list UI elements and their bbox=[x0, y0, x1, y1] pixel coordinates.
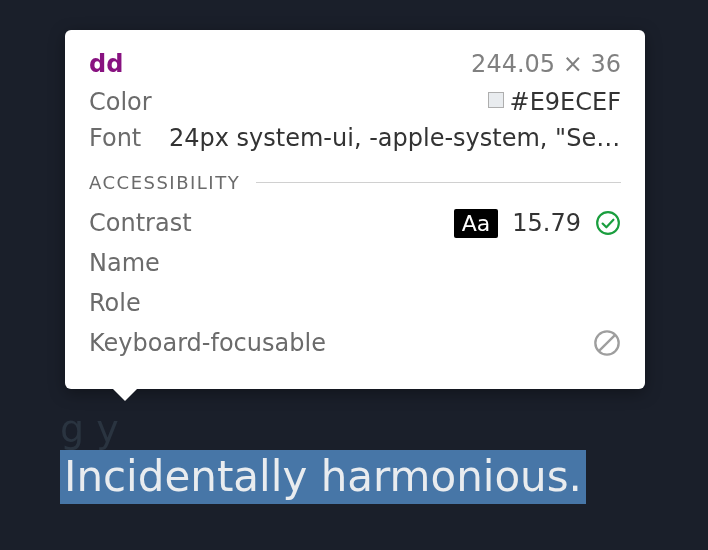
color-value-group: #E9ECEF bbox=[488, 88, 621, 116]
section-divider bbox=[256, 182, 621, 183]
name-row: Name bbox=[89, 247, 621, 279]
element-tag-name: dd bbox=[89, 50, 123, 78]
not-allowed-icon bbox=[593, 329, 621, 357]
accessibility-title: ACCESSIBILITY bbox=[89, 172, 240, 193]
contrast-ratio: 15.79 bbox=[512, 209, 581, 237]
font-row: Font 24px system-ui, -apple-system, "Seg… bbox=[89, 124, 621, 152]
checkmark-circle-icon bbox=[595, 210, 621, 236]
contrast-row: Contrast Aa 15.79 bbox=[89, 207, 621, 239]
tooltip-arrow bbox=[113, 389, 137, 401]
role-label: Role bbox=[89, 289, 621, 317]
accessibility-section-header: ACCESSIBILITY bbox=[89, 172, 621, 193]
inspected-element-highlight[interactable]: Incidentally harmonious. bbox=[60, 450, 586, 504]
tooltip-header: dd 244.05 × 36 bbox=[89, 50, 621, 78]
contrast-sample-icon: Aa bbox=[454, 209, 499, 238]
role-row: Role bbox=[89, 287, 621, 319]
obscured-text-fragment: g y bbox=[60, 410, 119, 448]
element-dimensions: 244.05 × 36 bbox=[471, 50, 621, 78]
color-value: #E9ECEF bbox=[510, 88, 621, 116]
name-label: Name bbox=[89, 249, 621, 277]
keyboard-focusable-row: Keyboard-focusable bbox=[89, 327, 621, 359]
contrast-value-group: Aa 15.79 bbox=[454, 209, 621, 238]
font-value: 24px system-ui, -apple-system, "Segoe… bbox=[169, 124, 621, 152]
color-label: Color bbox=[89, 88, 169, 116]
keyboard-focusable-label: Keyboard-focusable bbox=[89, 329, 593, 357]
svg-point-0 bbox=[597, 212, 619, 234]
element-inspector-tooltip: dd 244.05 × 36 Color #E9ECEF Font 24px s… bbox=[65, 30, 645, 389]
color-row: Color #E9ECEF bbox=[89, 88, 621, 116]
contrast-label: Contrast bbox=[89, 209, 454, 237]
font-label: Font bbox=[89, 124, 169, 152]
color-swatch-icon bbox=[488, 92, 504, 108]
svg-line-2 bbox=[599, 335, 615, 351]
